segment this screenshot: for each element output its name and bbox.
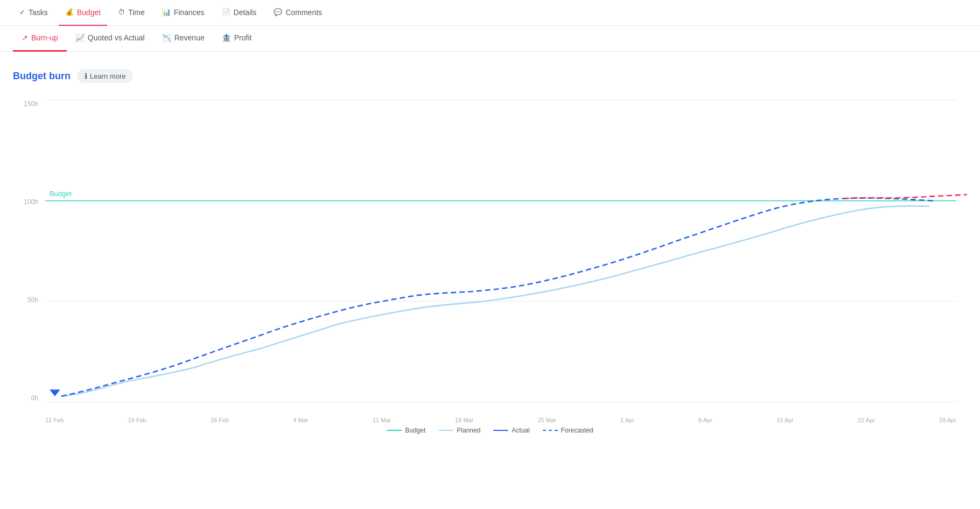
budget-burn-chart: 150h 100h 50h 0h Budget bbox=[13, 100, 967, 434]
legend-forecasted: Forecasted bbox=[543, 427, 593, 434]
nav-comments[interactable]: 💬 Comments bbox=[267, 0, 328, 26]
section-title: Budget burn bbox=[13, 71, 71, 82]
y-label-150: 150h bbox=[24, 100, 38, 108]
svg-marker-6 bbox=[50, 389, 60, 396]
info-icon: ℹ bbox=[85, 72, 87, 80]
legend-actual-line bbox=[493, 430, 508, 431]
sub-navigation: ↗ Burn-up 📈 Quoted vs Actual 📉 Revenue 🏦… bbox=[0, 26, 980, 52]
tab-burn-up[interactable]: ↗ Burn-up bbox=[13, 26, 67, 52]
top-navigation: ✓ Tasks 💰 Budget ⏱ Time 📊 Finances 📄 Det… bbox=[0, 0, 980, 26]
legend-planned-line bbox=[438, 430, 453, 431]
nav-time[interactable]: ⏱ Time bbox=[111, 0, 151, 26]
y-axis: 150h 100h 50h 0h bbox=[13, 100, 43, 402]
learn-more-button[interactable]: ℹ Learn more bbox=[77, 69, 133, 83]
tab-quoted-vs-actual[interactable]: 📈 Quoted vs Actual bbox=[67, 26, 153, 52]
tab-revenue[interactable]: 📉 Revenue bbox=[153, 26, 213, 52]
budget-icon: 💰 bbox=[65, 8, 74, 16]
quoted-vs-actual-icon: 📈 bbox=[75, 33, 85, 42]
legend-forecasted-line bbox=[543, 430, 558, 431]
chart-svg-area: Budget bbox=[45, 100, 956, 402]
svg-text:Budget: Budget bbox=[50, 190, 72, 198]
section-header: Budget burn ℹ Learn more bbox=[13, 69, 967, 83]
nav-details[interactable]: 📄 Details bbox=[215, 0, 263, 26]
y-label-0: 0h bbox=[31, 394, 38, 402]
revenue-icon: 📉 bbox=[162, 33, 171, 42]
tab-profit[interactable]: 🏦 Profit bbox=[213, 26, 261, 52]
nav-finances[interactable]: 📊 Finances bbox=[156, 0, 211, 26]
legend-actual: Actual bbox=[493, 427, 529, 434]
legend-budget: Budget bbox=[387, 427, 425, 434]
nav-tasks[interactable]: ✓ Tasks bbox=[13, 0, 54, 26]
comments-icon: 💬 bbox=[274, 8, 282, 16]
burn-up-icon: ↗ bbox=[22, 33, 28, 42]
y-label-50: 50h bbox=[27, 296, 38, 304]
legend-budget-line bbox=[387, 430, 402, 431]
profit-icon: 🏦 bbox=[222, 33, 231, 42]
time-icon: ⏱ bbox=[118, 8, 125, 16]
legend-planned: Planned bbox=[438, 427, 480, 434]
tasks-icon: ✓ bbox=[19, 8, 25, 16]
finances-icon: 📊 bbox=[162, 8, 171, 16]
details-icon: 📄 bbox=[222, 8, 230, 16]
nav-budget[interactable]: 💰 Budget bbox=[59, 0, 107, 26]
chart-legend: Budget Planned Actual Forecasted bbox=[13, 422, 967, 434]
main-content: Budget burn ℹ Learn more 150h 100h 50h 0… bbox=[0, 52, 980, 509]
y-label-100: 100h bbox=[24, 198, 38, 206]
